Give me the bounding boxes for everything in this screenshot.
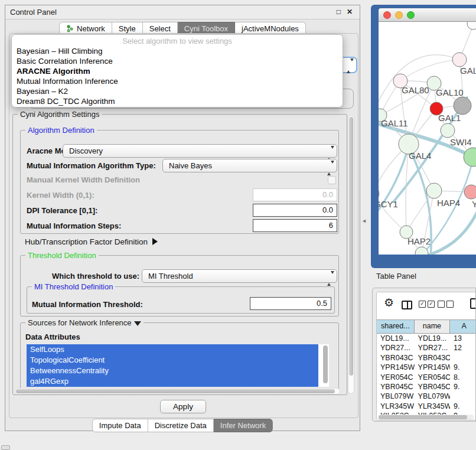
tab-infer-network[interactable]: Infer Network [214, 419, 273, 432]
threshold-definition-group: Threshold Definition Which threshold to … [20, 255, 339, 317]
cyni-algorithm-settings-group: Cyni Algorithm Settings Algorithm Defini… [12, 114, 347, 395]
node-label: GCY1 [379, 199, 398, 209]
table-row[interactable]: YDR27...YDR27...12 [377, 343, 476, 353]
panel-resize-grip[interactable]: ◄ [361, 218, 367, 224]
select-all-checks-icon[interactable]: ✓✓ [419, 301, 435, 308]
settings-vertical-scrollbar[interactable] [348, 115, 354, 394]
columns-icon[interactable] [402, 301, 412, 309]
tab-discretize-data[interactable]: Discretize Data [148, 419, 214, 432]
attribute-item-selected[interactable]: BetweennessCentrality [27, 366, 318, 376]
clear-all-checks-icon[interactable] [438, 301, 454, 308]
settings-horizontal-scrollbar[interactable] [15, 388, 340, 394]
table-body: YDL19...YDL19...13YDR27...YDR27...12YBR0… [377, 334, 476, 420]
table-column-header[interactable]: shared... [377, 320, 415, 333]
corner-widget[interactable] [1, 445, 10, 450]
mi-threshold-group: MI Threshold Definition Mutual Informati… [27, 286, 335, 314]
mi-type-select[interactable]: Naive Bayes [162, 159, 337, 172]
tab-label: Select [149, 24, 171, 33]
table-cell: YDL19... [415, 334, 450, 343]
table-row[interactable]: YER054CYER054C8. [377, 373, 476, 382]
table-cell: YBL079W [415, 392, 450, 401]
close-icon[interactable]: ✕ [347, 8, 353, 16]
close-traffic-light[interactable] [383, 11, 391, 19]
expanded-arrow-icon [134, 321, 141, 326]
algorithm-option[interactable]: ARACNE Algorithm [12, 66, 343, 76]
node-label: GAL10 [436, 87, 464, 97]
table-cell: YDR27... [377, 343, 415, 353]
table-row[interactable]: YPR145WYPR145W9. [377, 363, 476, 372]
algorithm-option[interactable]: Bayesian – K2 [12, 86, 343, 96]
table-column-header[interactable]: A [450, 320, 476, 333]
table-cell: YBL079W [377, 392, 415, 401]
aracne-mode-select[interactable]: Discovery [63, 144, 337, 158]
float-window-icon[interactable]: □ [337, 8, 341, 16]
table-column-header[interactable]: name [415, 320, 451, 333]
network-node[interactable] [426, 183, 442, 198]
network-node[interactable] [454, 97, 471, 115]
algorithm-option[interactable]: Bayesian – Hill Climbing [12, 46, 343, 56]
hub-definition-label: Hub/Transcription Factor Definition [25, 237, 148, 246]
attribute-item-selected[interactable]: gal4RGexp [27, 376, 318, 387]
control-panel-titlebar[interactable]: Control Panel □ ✕ [5, 5, 360, 19]
network-node[interactable] [464, 148, 476, 167]
table-cell: 9. [450, 363, 476, 372]
table-row[interactable]: YBL079WYBL079W [377, 392, 476, 401]
hub-definition-toggle[interactable]: Hub/Transcription Factor Definition [25, 236, 158, 248]
node-label: GAL80 [402, 85, 429, 95]
minimize-traffic-light[interactable] [395, 11, 403, 19]
network-node[interactable] [464, 185, 476, 199]
table-cell: YBR043C [377, 353, 415, 363]
attribute-item-selected[interactable]: SelfLoops [27, 344, 318, 355]
tab-label: Infer Network [220, 421, 266, 430]
algorithm-list: Bayesian – Hill ClimbingBasic Correlatio… [12, 46, 343, 106]
network-node[interactable] [441, 123, 455, 138]
table-cell: YDL19... [377, 334, 415, 343]
tab-impute-data[interactable]: Impute Data [92, 419, 148, 432]
kernel-width-field[interactable]: 0.0 [253, 188, 337, 201]
dpi-tolerance-field[interactable]: 0.0 [253, 204, 337, 217]
network-window-titlebar[interactable] [379, 8, 476, 22]
tab-label: Style [119, 24, 136, 33]
table-cell: 9. [450, 402, 476, 411]
table-horizontal-scrollbar[interactable] [378, 415, 474, 420]
table-cell: 9. [450, 382, 476, 392]
algorithm-dropdown-popup: Select algorithm to view settings Bayesi… [11, 34, 343, 107]
apply-button[interactable]: Apply [160, 400, 206, 413]
network-canvas[interactable]: GALGAL80GAL10GAL1GAL11SWI4GAL4GCY1HAP4YH… [379, 22, 476, 255]
network-node[interactable] [467, 22, 476, 30]
zoom-traffic-light[interactable] [407, 11, 415, 19]
mi-steps-label: Mutual Information Steps: [27, 219, 121, 233]
gear-icon[interactable]: ⚙ [384, 296, 394, 309]
attributes-scrollbar[interactable] [322, 344, 329, 387]
tab-label: jActiveMNodules [242, 24, 299, 33]
network-node[interactable] [452, 53, 467, 67]
attribute-item-selected[interactable]: TopologicalCoefficient [27, 355, 318, 366]
manual-kernel-checkbox[interactable] [328, 176, 336, 184]
which-threshold-select[interactable]: MI Threshold [142, 269, 337, 283]
node-label: GAL4 [409, 151, 431, 161]
node-label: GAL [460, 66, 476, 76]
network-node[interactable] [415, 247, 428, 255]
table-cell: YER054C [415, 373, 450, 382]
sources-title[interactable]: Sources for Network Inference [25, 318, 144, 327]
table-row[interactable]: YLR345WYLR345W9. [377, 402, 476, 411]
algorithm-option[interactable]: Basic Correlation Inference [12, 56, 343, 66]
table-cell: YPR145W [415, 363, 450, 372]
kernel-width-label: Kernel Width (0,1): [27, 188, 94, 202]
algorithm-option[interactable]: Mutual Information Inference [12, 76, 343, 86]
screen: Control Panel □ ✕ Network Styl [0, 0, 476, 450]
algorithm-placeholder: Select algorithm to view settings [12, 36, 343, 46]
mi-steps-field[interactable]: 6 [253, 219, 337, 232]
node-label: GAL1 [438, 113, 461, 123]
table-panel-title: Table Panel [376, 272, 416, 281]
table-row[interactable]: YBR043CYBR043C [377, 353, 476, 363]
table-row[interactable]: YBR045CYBR045C9. [377, 382, 476, 392]
document-icon[interactable] [470, 298, 476, 309]
network-edge [379, 55, 459, 112]
node-label: Y [472, 199, 476, 209]
mi-threshold-field[interactable]: 0.5 [250, 297, 331, 310]
table-cell: YLR345W [415, 402, 450, 411]
algorithm-option[interactable]: Dream8 DC_TDC Algorithm [12, 96, 343, 106]
table-row[interactable]: YDL19...YDL19...13 [377, 334, 476, 343]
bottom-tabs: Impute Data Discretize Data Infer Networ… [92, 419, 273, 432]
